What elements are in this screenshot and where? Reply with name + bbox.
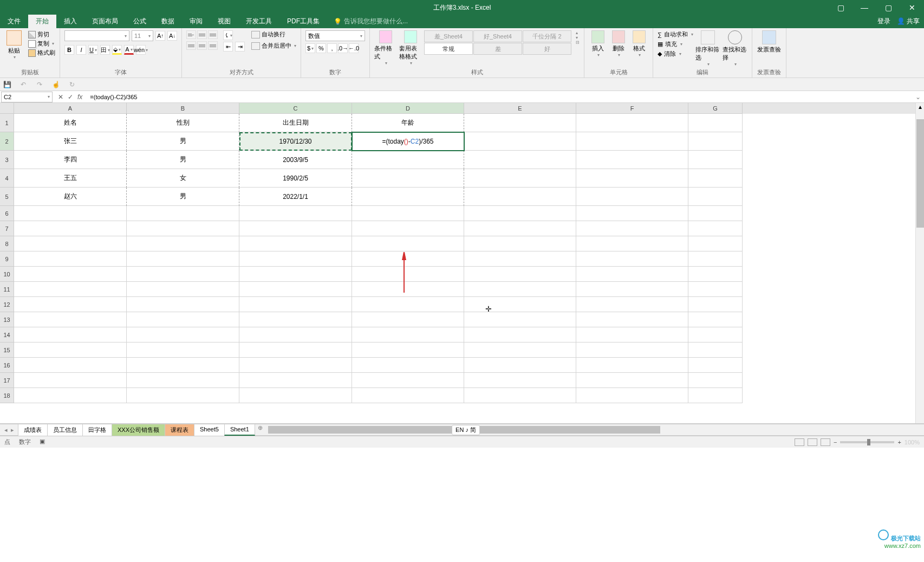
cell[interactable]: 王五	[14, 169, 127, 188]
undo-button[interactable]: ↶	[18, 80, 28, 89]
cell[interactable]	[464, 206, 576, 221]
fill-button[interactable]: ▦填充▾	[658, 40, 693, 48]
tab-formula[interactable]: 公式	[126, 15, 154, 28]
cell[interactable]	[688, 343, 743, 358]
cell[interactable]	[464, 282, 576, 297]
decrease-decimal-button[interactable]: ←.0	[349, 43, 359, 53]
row-header[interactable]: 1	[0, 114, 14, 132]
autosum-button[interactable]: ∑自动求和▾	[658, 30, 693, 38]
cell[interactable]	[239, 358, 352, 373]
cell[interactable]	[352, 251, 464, 267]
cell[interactable]	[352, 388, 464, 403]
cell[interactable]	[127, 267, 239, 282]
ime-indicator[interactable]: EN ♪ 简	[452, 425, 480, 435]
cell[interactable]	[464, 297, 576, 312]
cell[interactable]: 张三	[14, 132, 127, 151]
col-header[interactable]: D	[352, 103, 464, 114]
cell[interactable]	[14, 282, 127, 297]
row-header[interactable]: 3	[0, 151, 14, 169]
vertical-align[interactable]	[186, 30, 218, 39]
cancel-edit-button[interactable]: ✕	[58, 93, 63, 101]
cell[interactable]	[464, 114, 576, 132]
cell[interactable]	[688, 206, 743, 221]
sheet-tab[interactable]: XXX公司销售额	[112, 424, 165, 436]
increase-indent-button[interactable]: ⇥	[235, 42, 245, 51]
tab-data[interactable]: 数据	[154, 15, 182, 28]
cell[interactable]	[464, 169, 576, 188]
sheet-tab[interactable]: 课程表	[165, 424, 194, 436]
cell[interactable]	[576, 236, 688, 251]
cell[interactable]	[14, 312, 127, 327]
expand-formula-bar[interactable]: ⌄	[912, 93, 924, 101]
cell[interactable]	[127, 206, 239, 221]
cell[interactable]	[352, 312, 464, 327]
sheet-nav-last[interactable]: ▸	[11, 427, 14, 434]
touch-mode-button[interactable]: ☝	[51, 80, 61, 89]
decrease-font-button[interactable]: A↓	[167, 31, 177, 41]
cell[interactable]	[576, 267, 688, 282]
cell[interactable]	[688, 373, 743, 388]
row-header[interactable]: 9	[0, 251, 14, 267]
cell[interactable]	[14, 236, 127, 251]
cell[interactable]: 1970/12/30	[239, 132, 352, 151]
cell[interactable]	[688, 188, 743, 206]
cell[interactable]	[239, 251, 352, 267]
cell[interactable]	[352, 358, 464, 373]
cell[interactable]: 男	[127, 151, 239, 169]
cell[interactable]	[352, 343, 464, 358]
cell[interactable]: 姓名	[14, 114, 127, 132]
copy-button[interactable]: 复制▾	[28, 40, 55, 48]
cell[interactable]	[576, 221, 688, 236]
cell[interactable]	[464, 327, 576, 343]
cell[interactable]	[239, 388, 352, 403]
cell[interactable]	[127, 251, 239, 267]
cell[interactable]	[464, 236, 576, 251]
number-format-select[interactable]: 数值▾	[305, 30, 365, 41]
increase-decimal-button[interactable]: .0→	[338, 43, 348, 53]
increase-font-button[interactable]: A↑	[155, 31, 165, 41]
minimize-icon[interactable]: —	[853, 0, 876, 15]
cell[interactable]	[576, 358, 688, 373]
cell[interactable]	[464, 267, 576, 282]
col-header[interactable]: B	[127, 103, 239, 114]
cell[interactable]	[14, 297, 127, 312]
cell[interactable]	[576, 169, 688, 188]
tab-pdftools[interactable]: PDF工具集	[279, 15, 327, 28]
cell[interactable]: 赵六	[14, 188, 127, 206]
horizontal-scrollbar[interactable]	[268, 425, 922, 434]
cell[interactable]	[127, 373, 239, 388]
tab-file[interactable]: 文件	[0, 15, 28, 28]
formula-input[interactable]: =(today()-C2)/365	[87, 94, 912, 100]
cell[interactable]	[239, 267, 352, 282]
macro-record-icon[interactable]: ▣	[40, 438, 45, 446]
cell[interactable]	[464, 221, 576, 236]
zoom-slider[interactable]	[840, 441, 894, 443]
row-header[interactable]: 2	[0, 132, 14, 151]
row-header[interactable]: 10	[0, 267, 14, 282]
find-select-button[interactable]: 查找和选择▾	[723, 30, 747, 67]
cell[interactable]	[688, 282, 743, 297]
cell[interactable]	[352, 188, 464, 206]
vertical-scrollbar[interactable]: ▴	[915, 103, 924, 423]
cell[interactable]	[688, 236, 743, 251]
cell[interactable]	[352, 206, 464, 221]
accounting-button[interactable]: $▾	[305, 43, 315, 53]
cell[interactable]	[688, 358, 743, 373]
percent-button[interactable]: %	[316, 43, 326, 53]
cell[interactable]: 2022/1/1	[239, 188, 352, 206]
cell[interactable]	[14, 251, 127, 267]
paste-button[interactable]: 粘贴 ▾	[4, 30, 24, 60]
cell[interactable]	[352, 221, 464, 236]
ribbon-options-icon[interactable]: ▢	[829, 0, 853, 15]
cell[interactable]	[688, 132, 743, 151]
share[interactable]: 👤 共享	[897, 17, 920, 26]
zoom-level[interactable]: 100%	[905, 439, 920, 445]
cell[interactable]	[464, 132, 576, 151]
cell[interactable]	[576, 312, 688, 327]
wrap-text-button[interactable]: 自动换行	[251, 30, 296, 38]
cell[interactable]	[127, 358, 239, 373]
cell[interactable]: 男	[127, 132, 239, 151]
comma-button[interactable]: ,	[327, 43, 337, 53]
cell[interactable]	[464, 151, 576, 169]
cut-button[interactable]: 剪切	[28, 30, 55, 38]
